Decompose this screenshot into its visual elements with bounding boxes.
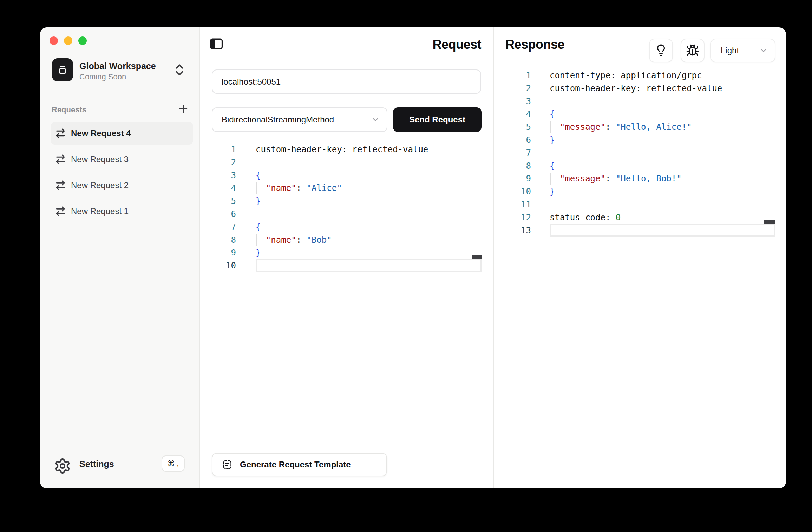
line-number: 7 (507, 147, 531, 160)
indent-guide (550, 121, 551, 133)
line-content: status-code: 0 (531, 211, 621, 224)
code-line[interactable]: 10} (507, 185, 722, 198)
code-line[interactable]: 3{ (212, 169, 428, 182)
line-number: 6 (507, 134, 531, 147)
generate-request-template-button[interactable]: Generate Request Template (212, 453, 387, 476)
panel-divider (493, 27, 494, 488)
code-line[interactable]: 8{ (507, 160, 722, 173)
line-number: 6 (212, 208, 236, 221)
workspace-subtitle: Coming Soon (79, 72, 126, 81)
method-dropdown[interactable]: BidirectionalStreamingMethod (212, 107, 387, 132)
indent-guide (256, 182, 257, 194)
line-number: 3 (212, 169, 236, 182)
sidebar-request-item[interactable]: New Request 3 (51, 148, 193, 171)
code-line[interactable]: 1custom-header-key: reflected-value (212, 143, 428, 156)
plus-icon (178, 104, 189, 114)
code-line[interactable]: 2custom-header-key: reflected-value (507, 82, 722, 95)
code-line[interactable]: 12status-code: 0 (507, 211, 722, 224)
code-line[interactable]: 7 (507, 147, 722, 160)
line-content: } (531, 185, 555, 198)
settings-label: Settings (79, 459, 114, 469)
archive-box-icon (56, 64, 69, 76)
line-number: 9 (507, 172, 531, 185)
panel-left-icon (209, 36, 224, 52)
sidebar-toggle-button[interactable] (208, 35, 225, 52)
code-line[interactable]: 5 "message": "Hello, Alice!" (507, 121, 722, 134)
workspace-selector[interactable] (173, 62, 185, 79)
code-line[interactable]: 6 (212, 208, 428, 221)
line-content (236, 259, 256, 272)
requests-section-label: Requests (52, 105, 86, 114)
line-content (531, 95, 550, 108)
response-editor[interactable]: 1content-type: application/grpc2custom-h… (507, 69, 722, 237)
request-editor-scrollbar-thumb[interactable] (472, 255, 482, 259)
zoom-window-button[interactable] (78, 36, 87, 45)
sidebar-request-item[interactable]: New Request 1 (51, 200, 193, 222)
code-line[interactable]: 4{ (507, 108, 722, 121)
close-window-button[interactable] (50, 36, 58, 45)
request-editor[interactable]: 1custom-header-key: reflected-value23{4 … (212, 143, 428, 272)
chevron-up-down-icon (173, 62, 185, 78)
line-content: } (236, 195, 261, 208)
line-number: 2 (507, 82, 531, 95)
settings-row[interactable]: Settings ⌘ , (40, 451, 200, 479)
line-number: 11 (507, 198, 531, 211)
line-content: "name": "Bob" (236, 234, 332, 247)
code-line[interactable]: 6} (507, 134, 722, 147)
app-window: Global Workspace Coming Soon Requests Ne… (40, 27, 786, 488)
line-content (236, 208, 256, 221)
line-content: } (236, 246, 261, 259)
request-item-label: New Request 3 (71, 154, 129, 164)
line-number: 4 (507, 108, 531, 121)
debug-button[interactable] (681, 39, 705, 62)
response-editor-cursor-line[interactable] (550, 224, 775, 237)
theme-dropdown[interactable]: Light (710, 39, 775, 62)
add-request-button[interactable] (177, 102, 190, 115)
chevron-down-icon (371, 115, 380, 124)
line-number: 10 (212, 259, 236, 272)
line-number: 1 (212, 143, 236, 156)
indent-guide (550, 173, 551, 185)
request-item-label: New Request 2 (71, 180, 129, 190)
line-content: { (236, 169, 261, 182)
request-list: New Request 4New Request 3New Request 2N… (51, 122, 193, 226)
gear-icon (54, 458, 71, 474)
server-url-input[interactable] (212, 69, 481, 94)
line-content (531, 198, 550, 211)
line-content: { (531, 160, 555, 173)
code-line[interactable]: 3 (507, 95, 722, 108)
code-line[interactable]: 1content-type: application/grpc (507, 69, 722, 82)
line-number: 3 (507, 95, 531, 108)
code-line[interactable]: 4 "name": "Alice" (212, 182, 428, 195)
send-request-button[interactable]: Send Request (393, 107, 482, 132)
dashed-template-icon (222, 459, 233, 470)
code-line[interactable]: 11 (507, 198, 722, 211)
hint-button[interactable] (649, 39, 673, 62)
sidebar-request-item[interactable]: New Request 2 (51, 174, 193, 197)
code-line[interactable]: 8 "name": "Bob" (212, 234, 428, 247)
chevron-down-icon (759, 46, 768, 55)
request-editor-right-edge (472, 142, 472, 440)
line-content (531, 224, 550, 237)
line-content: } (531, 134, 555, 147)
line-number: 7 (212, 221, 236, 234)
minimize-window-button[interactable] (64, 36, 72, 45)
arrows-right-left-icon (55, 206, 66, 217)
line-content: content-type: application/grpc (531, 69, 702, 82)
response-editor-right-edge (764, 69, 764, 242)
workspace-icon (52, 58, 73, 81)
code-line[interactable]: 5} (212, 195, 428, 208)
lightbulb-icon (654, 44, 668, 57)
code-line[interactable]: 9 "message": "Hello, Bob!" (507, 172, 722, 185)
line-number: 5 (507, 121, 531, 134)
code-line[interactable]: 2 (212, 156, 428, 169)
code-line[interactable]: 9} (212, 246, 428, 259)
line-number: 5 (212, 195, 236, 208)
code-line[interactable]: 7{ (212, 221, 428, 234)
request-editor-cursor-line[interactable] (256, 259, 482, 272)
sidebar-request-item[interactable]: New Request 4 (51, 122, 193, 145)
line-content: "name": "Alice" (236, 182, 342, 195)
response-editor-scrollbar-thumb[interactable] (764, 220, 775, 224)
workspace-title: Global Workspace (79, 61, 156, 71)
line-number: 1 (507, 69, 531, 82)
